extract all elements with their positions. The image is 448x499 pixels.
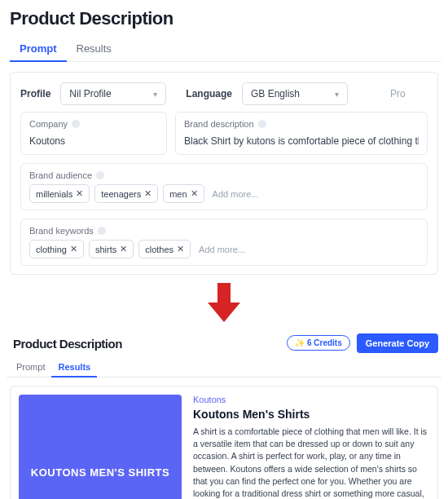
info-icon bbox=[258, 120, 266, 128]
chevron-down-icon: ▾ bbox=[335, 90, 339, 99]
remove-icon[interactable]: ✕ bbox=[70, 244, 77, 254]
audience-add-more[interactable]: Add more... bbox=[209, 189, 259, 199]
keyword-chip[interactable]: clothes✕ bbox=[138, 240, 191, 258]
chevron-down-icon: ▾ bbox=[153, 90, 157, 99]
tabs-prompt-results: Prompt Results bbox=[7, 36, 441, 62]
tab-prompt[interactable]: Prompt bbox=[10, 36, 67, 61]
info-icon bbox=[72, 120, 80, 128]
brand-description-field[interactable]: Brand description bbox=[175, 112, 428, 155]
profile-value: Nil Profile bbox=[69, 88, 111, 99]
audience-chip[interactable]: millenials✕ bbox=[29, 184, 90, 203]
remove-icon[interactable]: ✕ bbox=[191, 188, 198, 199]
truncated-label: Pro bbox=[358, 88, 406, 99]
brand-audience-label: Brand audience bbox=[29, 170, 92, 180]
brand-audience-field[interactable]: Brand audience millenials✕ teenagers✕ me… bbox=[20, 163, 428, 210]
remove-icon[interactable]: ✕ bbox=[144, 188, 152, 199]
brand-keywords-field[interactable]: Brand keywords clothing✕ shirts✕ clothes… bbox=[20, 219, 428, 266]
page-title: Product Description bbox=[7, 0, 441, 36]
result-body-text: A shirt is a comfortable piece of clothi… bbox=[193, 426, 429, 499]
result-brand: Koutons bbox=[193, 395, 429, 404]
keyword-chip[interactable]: shirts✕ bbox=[89, 240, 134, 258]
tab-prompt[interactable]: Prompt bbox=[10, 357, 51, 377]
result-banner: KOUTONS MEN'S SHIRTS bbox=[19, 395, 182, 499]
keywords-add-more[interactable]: Add more... bbox=[195, 245, 245, 254]
keyword-chip[interactable]: clothing✕ bbox=[29, 240, 84, 258]
prompt-card: Profile Nil Profile ▾ Language GB Englis… bbox=[10, 72, 438, 275]
language-value: GB English bbox=[251, 88, 300, 99]
brand-description-input[interactable] bbox=[184, 135, 419, 147]
profile-select[interactable]: Nil Profile ▾ bbox=[60, 82, 166, 105]
tab-results[interactable]: Results bbox=[67, 36, 121, 61]
remove-icon[interactable]: ✕ bbox=[120, 244, 127, 254]
brand-keywords-label: Brand keywords bbox=[29, 226, 94, 236]
audience-chip[interactable]: men✕ bbox=[163, 184, 204, 203]
tab-results[interactable]: Results bbox=[51, 357, 97, 377]
language-label: Language bbox=[186, 88, 232, 99]
language-select[interactable]: GB English ▾ bbox=[242, 82, 348, 105]
remove-icon[interactable]: ✕ bbox=[76, 188, 83, 199]
credits-pill[interactable]: ✨ 6 Credits bbox=[287, 335, 350, 351]
brand-description-label: Brand description bbox=[184, 119, 254, 129]
result-title: Koutons Men's Shirts bbox=[193, 408, 429, 421]
generate-copy-button[interactable]: Generate Copy bbox=[357, 333, 438, 353]
company-input[interactable] bbox=[29, 135, 158, 147]
audience-chip[interactable]: teenagers✕ bbox=[94, 184, 158, 203]
down-arrow-icon bbox=[0, 280, 448, 325]
company-field[interactable]: Company bbox=[20, 112, 167, 155]
company-label: Company bbox=[29, 119, 68, 129]
remove-icon[interactable]: ✕ bbox=[177, 244, 184, 254]
info-icon bbox=[96, 171, 104, 179]
info-icon bbox=[98, 227, 106, 235]
tabs-prompt-results: Prompt Results bbox=[7, 357, 441, 378]
result-card: KOUTONS MEN'S SHIRTS Koutons Koutons Men… bbox=[10, 386, 438, 499]
profile-label: Profile bbox=[20, 88, 51, 99]
page-title: Product Description bbox=[10, 329, 125, 357]
